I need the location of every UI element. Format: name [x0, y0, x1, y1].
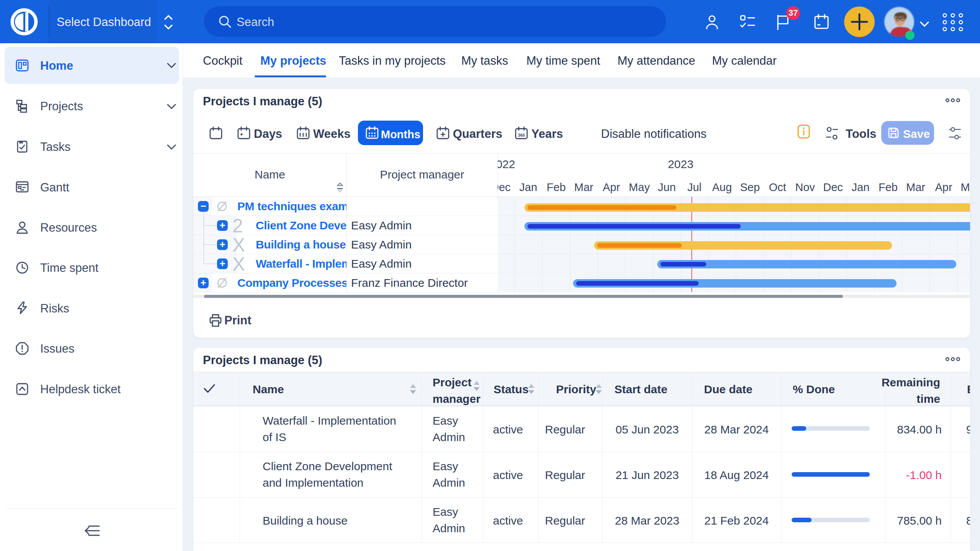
svg-text:365: 365: [518, 133, 525, 137]
